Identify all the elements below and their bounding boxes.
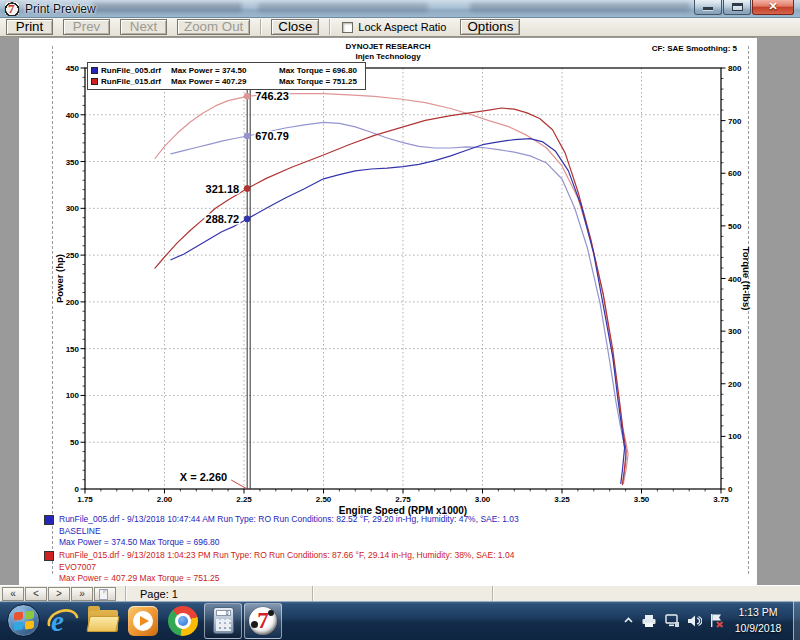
- last-page-button[interactable]: »: [71, 587, 93, 601]
- svg-text:200: 200: [66, 298, 80, 307]
- svg-text:1.75: 1.75: [77, 495, 93, 504]
- run-conditions: RunFile_015.drf - 9/13/2018 1:04:23 PM R…: [59, 550, 514, 562]
- run-max-values: Max Power = 374.50 Max Torque = 696.80: [59, 537, 519, 549]
- prev-button[interactable]: Prev: [63, 19, 110, 35]
- next-button[interactable]: Next: [120, 19, 167, 35]
- run-color-icon: [44, 551, 54, 561]
- system-tray: [623, 601, 724, 640]
- lock-aspect-ratio-label: Lock Aspect Ratio: [358, 21, 446, 33]
- chrome-icon: [168, 606, 198, 636]
- taskbar-windows-explorer[interactable]: [84, 603, 122, 639]
- minimize-icon: [703, 7, 713, 10]
- legend-file: RunFile_015.drf: [101, 76, 171, 87]
- legend-max-torque: Max Torque = 696.80: [279, 65, 357, 76]
- run-info-baseline: RunFile_005.drf - 9/13/2018 10:47:44 AM …: [44, 514, 519, 549]
- svg-text:450: 450: [66, 64, 80, 73]
- title-bar: 7 Print Preview ✕: [0, 0, 800, 18]
- statusbar-separator: [312, 586, 313, 602]
- svg-text:2.25: 2.25: [236, 495, 252, 504]
- close-preview-button[interactable]: Close: [271, 19, 319, 35]
- svg-text:100: 100: [66, 391, 80, 400]
- folder-icon: [88, 610, 118, 632]
- first-page-button[interactable]: «: [2, 587, 24, 601]
- svg-text:500: 500: [728, 222, 742, 231]
- page-setup-button[interactable]: [94, 587, 116, 601]
- maximize-icon: [732, 3, 743, 11]
- minimize-button[interactable]: [694, 0, 722, 15]
- legend-row-evo: RunFile_015.drf Max Power = 407.29 Max T…: [91, 76, 357, 87]
- close-button[interactable]: ✕: [752, 0, 794, 15]
- svg-text:2.75: 2.75: [395, 495, 411, 504]
- lock-aspect-ratio-checkbox[interactable]: [342, 22, 353, 33]
- legend-max-power: Max Power = 374.50: [171, 65, 279, 76]
- svg-text:670.79: 670.79: [255, 130, 289, 142]
- start-button[interactable]: [4, 603, 42, 639]
- printer-icon[interactable]: [641, 614, 657, 628]
- svg-text:2.00: 2.00: [157, 495, 173, 504]
- windows-start-icon: [7, 604, 40, 637]
- taskbar-winpep[interactable]: 7: [244, 603, 282, 639]
- run-label: BASELINE: [59, 526, 519, 538]
- svg-text:0: 0: [75, 485, 80, 494]
- legend-max-power: Max Power = 407.29: [171, 76, 279, 87]
- taskbar-clock[interactable]: 1:13 PM 10/9/2018: [726, 604, 790, 636]
- svg-text:250: 250: [66, 251, 80, 260]
- legend-swatch-red: [91, 78, 98, 85]
- svg-text:288.72: 288.72: [206, 213, 240, 225]
- svg-text:400: 400: [728, 275, 742, 284]
- close-icon: ✕: [753, 0, 793, 13]
- page-number-label: Page: 1: [140, 588, 178, 600]
- svg-text:2.50: 2.50: [316, 495, 332, 504]
- svg-text:200: 200: [728, 380, 742, 389]
- svg-text:746.23: 746.23: [255, 90, 289, 102]
- svg-text:400: 400: [66, 111, 80, 120]
- media-player-icon: [128, 606, 158, 636]
- taskbar-chrome[interactable]: [164, 603, 202, 639]
- taskbar-internet-explorer[interactable]: e: [44, 603, 82, 639]
- svg-text:0: 0: [728, 485, 733, 494]
- run-conditions: RunFile_005.drf - 9/13/2018 10:47:44 AM …: [59, 514, 519, 526]
- run-info-evo7007: RunFile_015.drf - 9/13/2018 1:04:23 PM R…: [44, 550, 514, 585]
- svg-text:300: 300: [728, 327, 742, 336]
- background-window-blur: [258, 3, 428, 12]
- window-title: Print Preview: [25, 2, 96, 16]
- prev-page-button[interactable]: <: [25, 587, 47, 601]
- status-bar: « < > » Page: 1: [0, 585, 800, 601]
- svg-text:321.18: 321.18: [206, 183, 240, 195]
- background-window-blur: [92, 3, 242, 12]
- svg-text:3.00: 3.00: [475, 495, 491, 504]
- page-icon: [99, 589, 108, 600]
- background-window-blur: [470, 3, 690, 12]
- print-preview-toolbar: Print Prev Next Zoom Out Close Lock Aspe…: [0, 18, 800, 37]
- taskbar-media-player[interactable]: [124, 603, 162, 639]
- maximize-button[interactable]: [723, 0, 751, 15]
- dynojet-winpep-icon: 7: [249, 607, 277, 635]
- svg-text:700: 700: [728, 117, 742, 126]
- speaker-icon[interactable]: [687, 614, 702, 628]
- toolbar-separator: [260, 19, 261, 35]
- options-button[interactable]: Options: [460, 19, 520, 35]
- calculator-icon: 0: [213, 607, 234, 634]
- run-label: EVO7007: [59, 562, 514, 574]
- legend-max-torque: Max Torque = 751.25: [279, 76, 357, 87]
- svg-text:350: 350: [66, 158, 80, 167]
- svg-text:50: 50: [70, 438, 79, 447]
- taskbar-calculator[interactable]: 0: [204, 603, 242, 639]
- action-center-flag-icon[interactable]: [709, 613, 724, 628]
- svg-text:3.25: 3.25: [554, 495, 570, 504]
- svg-text:Power (hp): Power (hp): [54, 254, 65, 303]
- show-hidden-icons-button[interactable]: [623, 615, 634, 626]
- svg-text:300: 300: [66, 204, 80, 213]
- run-color-icon: [44, 515, 54, 525]
- svg-text:3.50: 3.50: [634, 495, 650, 504]
- show-desktop-button[interactable]: [793, 601, 800, 640]
- zoom-out-button[interactable]: Zoom Out: [177, 19, 250, 35]
- clock-time: 1:13 PM: [726, 604, 790, 620]
- print-button[interactable]: Print: [6, 19, 53, 35]
- next-page-button[interactable]: >: [48, 587, 70, 601]
- statusbar-separator: [492, 586, 493, 602]
- legend-row-baseline: RunFile_005.drf Max Power = 374.50 Max T…: [91, 65, 357, 76]
- preview-page: DYNOJET RESEARCH Injen Technology CF: SA…: [19, 38, 757, 585]
- network-icon[interactable]: [664, 614, 680, 628]
- svg-text:3.75: 3.75: [713, 495, 729, 504]
